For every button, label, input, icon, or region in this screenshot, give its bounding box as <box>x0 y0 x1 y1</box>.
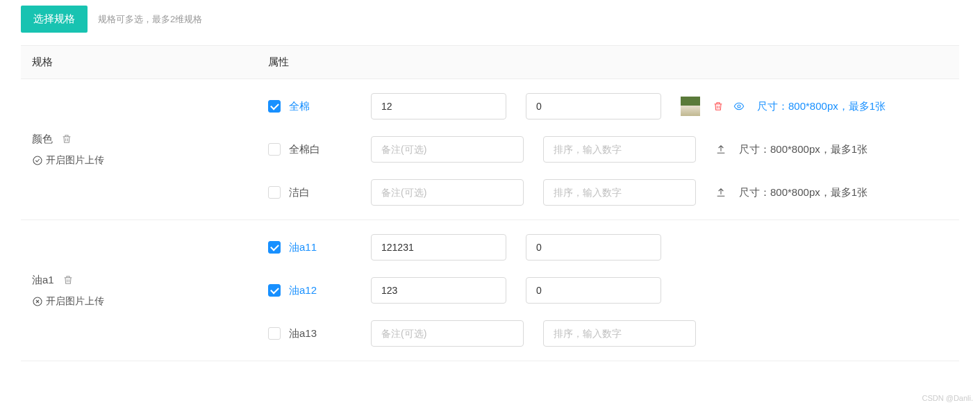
attr-row: 全棉尺寸：800*800px，最多1张 <box>257 85 959 128</box>
attr-label: 油a13 <box>289 327 317 340</box>
upload-icon[interactable] <box>715 144 726 155</box>
sort-input[interactable] <box>543 179 696 206</box>
image-thumbnail[interactable] <box>681 97 700 116</box>
spec-hint: 规格可多选，最多2维规格 <box>98 13 202 26</box>
remark-input[interactable] <box>371 136 524 163</box>
attr-checkbox[interactable] <box>268 186 281 199</box>
size-hint: 尺寸：800*800px，最多1张 <box>739 143 867 156</box>
eye-icon[interactable] <box>733 101 745 112</box>
sort-input[interactable] <box>526 277 661 304</box>
svg-point-0 <box>33 156 42 165</box>
trash-icon[interactable] <box>713 101 724 112</box>
sort-input[interactable] <box>543 320 696 347</box>
remark-input[interactable] <box>371 320 524 347</box>
attr-row: 油a12 <box>257 269 959 312</box>
attr-row: 洁白尺寸：800*800px，最多1张 <box>257 171 959 214</box>
table-header: 规格 属性 <box>21 45 959 79</box>
size-hint: 尺寸：800*800px，最多1张 <box>739 186 867 199</box>
sort-input[interactable] <box>526 234 661 261</box>
trash-icon[interactable] <box>61 133 72 144</box>
attr-row: 全棉白尺寸：800*800px，最多1张 <box>257 128 959 171</box>
remark-input[interactable] <box>371 277 506 304</box>
attr-checkbox[interactable] <box>268 143 281 156</box>
attr-checkbox[interactable] <box>268 284 281 297</box>
attr-label: 油a12 <box>289 284 317 297</box>
attr-checkbox[interactable] <box>268 241 281 254</box>
remark-input[interactable] <box>371 93 506 119</box>
attr-label: 油a11 <box>289 241 317 254</box>
check-circle-icon <box>32 155 43 166</box>
spec-name: 油a1 <box>32 274 54 287</box>
upload-toggle-label: 开启图片上传 <box>46 154 104 167</box>
sort-input[interactable] <box>526 93 661 119</box>
attr-row: 油a11 <box>257 226 959 269</box>
svg-point-1 <box>738 105 740 108</box>
attr-row: 油a13 <box>257 312 959 355</box>
spec-name: 颜色 <box>32 133 53 146</box>
remark-input[interactable] <box>371 234 506 261</box>
attr-label: 洁白 <box>289 186 310 199</box>
upload-toggle-label: 开启图片上传 <box>46 295 104 308</box>
size-hint: 尺寸：800*800px，最多1张 <box>757 100 886 113</box>
upload-toggle[interactable]: 开启图片上传 <box>32 154 246 167</box>
column-spec: 规格 <box>21 46 257 78</box>
upload-icon[interactable] <box>715 187 726 198</box>
sort-input[interactable] <box>543 136 696 163</box>
attr-checkbox[interactable] <box>268 327 281 340</box>
attr-checkbox[interactable] <box>268 100 281 113</box>
attr-label: 全棉 <box>289 100 310 113</box>
remark-input[interactable] <box>371 179 524 206</box>
close-circle-icon <box>32 296 43 307</box>
trash-icon[interactable] <box>63 274 74 286</box>
column-attr: 属性 <box>257 46 959 78</box>
upload-toggle[interactable]: 开启图片上传 <box>32 295 246 308</box>
attr-label: 全棉白 <box>289 143 320 156</box>
select-spec-button[interactable]: 选择规格 <box>21 6 88 33</box>
